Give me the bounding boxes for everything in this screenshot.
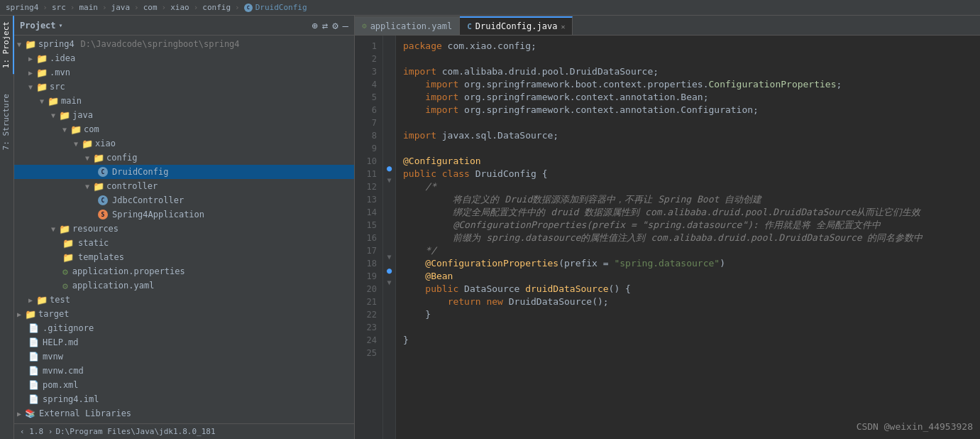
panel-header-icons: ⊕ ⇄ ⚙ — bbox=[312, 20, 348, 31]
tree-item-druidconfig[interactable]: C DruidConfig bbox=[14, 165, 354, 179]
breadcrumb-src[interactable]: src bbox=[52, 3, 66, 12]
ln-25: 25 bbox=[355, 347, 377, 359]
tree-item-main[interactable]: ▼ 📁 main bbox=[14, 94, 354, 108]
arrow-test: ▶ bbox=[28, 296, 33, 304]
tree-item-static[interactable]: 📁 static bbox=[14, 236, 354, 250]
file-icon-pomxml: 📄 bbox=[28, 380, 39, 390]
tree-item-spring4app[interactable]: S Spring4Application bbox=[14, 207, 354, 222]
gutter-22 bbox=[383, 304, 395, 317]
code-content[interactable]: package com.xiao.config; import com.alib… bbox=[396, 36, 980, 439]
breadcrumb-xiao[interactable]: xiao bbox=[170, 3, 189, 12]
folder-icon-idea: 📁 bbox=[36, 53, 48, 64]
tree-label-com: com bbox=[84, 124, 99, 134]
tree-item-pomxml[interactable]: 📄 pom.xml bbox=[14, 378, 354, 392]
tree-item-xiao[interactable]: ▼ 📁 xiao bbox=[14, 136, 354, 151]
tab-java-close[interactable]: ✕ bbox=[561, 23, 565, 31]
file-icon-helpmd: 📄 bbox=[28, 337, 39, 347]
tree-label-mvn: .mvn bbox=[50, 67, 70, 77]
tree-item-appyaml[interactable]: ⚙ application.yaml bbox=[14, 278, 354, 293]
folder-icon-mvn: 📁 bbox=[36, 67, 48, 78]
breadcrumb-com[interactable]: com bbox=[143, 3, 158, 12]
arrow-controller: ▼ bbox=[85, 183, 89, 190]
gutter-fold-20[interactable]: ▼ bbox=[383, 278, 395, 291]
folder-icon-spring4: 📁 bbox=[25, 39, 36, 50]
code-line-23 bbox=[403, 321, 980, 334]
arrow-extlibs: ▶ bbox=[17, 410, 21, 418]
ln-14: 14 bbox=[355, 206, 377, 219]
gutter-10 bbox=[383, 151, 395, 163]
tab-java[interactable]: C DruidConfig.java ✕ bbox=[460, 16, 573, 35]
gutter-9 bbox=[383, 138, 395, 151]
side-tab-project[interactable]: 1: Project bbox=[0, 16, 14, 74]
tree-label-appprops: application.properties bbox=[72, 266, 185, 276]
tree-item-controller[interactable]: ▼ 📁 controller bbox=[14, 179, 354, 193]
tree-item-jdbccontroller[interactable]: C JdbcController bbox=[14, 193, 354, 207]
settings-icon[interactable]: ⚙ bbox=[332, 20, 338, 31]
gutter-bookmark-11[interactable]: ● bbox=[383, 163, 395, 176]
tree-item-appprops[interactable]: ⚙ application.properties bbox=[14, 264, 354, 278]
tree-label-target: target bbox=[38, 309, 69, 319]
ln-16: 16 bbox=[355, 232, 377, 244]
tree-item-test[interactable]: ▶ 📁 test bbox=[14, 293, 354, 307]
jdk-version[interactable]: ‹ 1.8 › bbox=[20, 427, 53, 436]
side-tab-structure[interactable]: 7: Structure bbox=[0, 88, 14, 156]
tree-item-extlibs[interactable]: ▶ 📚 External Libraries bbox=[14, 406, 354, 421]
tree-item-target[interactable]: ▶ 📁 target bbox=[14, 307, 354, 321]
file-icon-extlibs: 📚 bbox=[25, 408, 35, 418]
tree-label-resources: resources bbox=[72, 224, 119, 234]
tree-item-com[interactable]: ▼ 📁 com bbox=[14, 122, 354, 136]
gutter-17 bbox=[383, 240, 395, 253]
tree-item-idea[interactable]: ▶ 📁 .idea bbox=[14, 51, 354, 65]
gutter-fold-12[interactable]: ▼ bbox=[383, 176, 395, 189]
tab-yaml[interactable]: ⚙ application.yaml bbox=[355, 16, 460, 35]
tree-item-spring4[interactable]: ▼ 📁 spring4 D:\Javadcode\springboot\spri… bbox=[14, 37, 354, 51]
gutter-bookmark-19[interactable]: ● bbox=[383, 266, 395, 278]
code-line-1: package com.xiao.config; bbox=[403, 40, 980, 53]
file-icon-spring4iml: 📄 bbox=[28, 394, 39, 404]
arrow-resources: ▼ bbox=[51, 225, 55, 233]
tree-item-src[interactable]: ▼ 📁 src bbox=[14, 80, 354, 94]
tree-item-spring4iml[interactable]: 📄 spring4.iml bbox=[14, 392, 354, 406]
code-line-22: } bbox=[403, 308, 980, 321]
breadcrumb-java[interactable]: java bbox=[111, 3, 131, 12]
panel-dropdown-icon[interactable]: ▾ bbox=[59, 21, 63, 29]
tree-item-templates[interactable]: 📁 templates bbox=[14, 250, 354, 264]
hide-icon[interactable]: — bbox=[343, 20, 348, 31]
tree-label-pomxml: pom.xml bbox=[43, 380, 79, 390]
tree-item-helpmd[interactable]: 📄 HELP.md bbox=[14, 335, 354, 349]
tree-item-gitignore[interactable]: 📄 .gitignore bbox=[14, 321, 354, 335]
breadcrumb-config[interactable]: config bbox=[202, 3, 231, 12]
arrow-xiao: ▼ bbox=[74, 140, 78, 148]
bottom-bar: ‹ 1.8 › D:\Program Files\Java\jdk1.8.0_1… bbox=[14, 423, 354, 439]
gutter-4 bbox=[383, 74, 395, 87]
tree-item-mvnw[interactable]: 📄 mvnw bbox=[14, 349, 354, 364]
tab-java-label: DruidConfig.java bbox=[475, 21, 558, 31]
tree-item-mvnwcmd[interactable]: 📄 mvnw.cmd bbox=[14, 364, 354, 378]
gutter-13 bbox=[383, 189, 395, 202]
tree-item-mvn[interactable]: ▶ 📁 .mvn bbox=[14, 65, 354, 80]
tree-label-mvnw: mvnw bbox=[43, 352, 63, 362]
arrow-target: ▶ bbox=[17, 310, 21, 318]
sync-icon[interactable]: ⊕ bbox=[312, 20, 317, 31]
tree-label-gitignore: .gitignore bbox=[43, 323, 94, 333]
code-line-8: import javax.sql.DataSource; bbox=[403, 129, 980, 142]
jdk-arrow-left[interactable]: ‹ bbox=[20, 427, 25, 436]
code-line-15: @ConfigurationProperties(prefix = "sprin… bbox=[403, 219, 980, 232]
class-icon-spring4app: S bbox=[98, 210, 108, 220]
gutter-1 bbox=[383, 36, 395, 48]
arrow-src: ▼ bbox=[28, 83, 33, 91]
jdk-arrow-right[interactable]: › bbox=[48, 427, 53, 436]
tree-item-config[interactable]: ▼ 📁 config bbox=[14, 151, 354, 165]
ln-23: 23 bbox=[355, 321, 377, 334]
tree-item-java[interactable]: ▼ 📁 java bbox=[14, 108, 354, 122]
collapse-icon[interactable]: ⇄ bbox=[322, 20, 328, 31]
breadcrumb-main[interactable]: main bbox=[79, 3, 98, 12]
java-tab-icon: C bbox=[467, 22, 472, 31]
gutter: ● ▼ ▼ ● ▼ bbox=[383, 36, 396, 439]
tree-label-controller: controller bbox=[106, 181, 158, 191]
folder-icon-src: 📁 bbox=[36, 82, 48, 92]
file-icon-mvnwcmd: 📄 bbox=[28, 366, 39, 376]
tree-item-resources[interactable]: ▼ 📁 resources bbox=[14, 222, 354, 236]
breadcrumb-spring4[interactable]: spring4 bbox=[6, 3, 38, 12]
gutter-fold-18[interactable]: ▼ bbox=[383, 253, 395, 266]
